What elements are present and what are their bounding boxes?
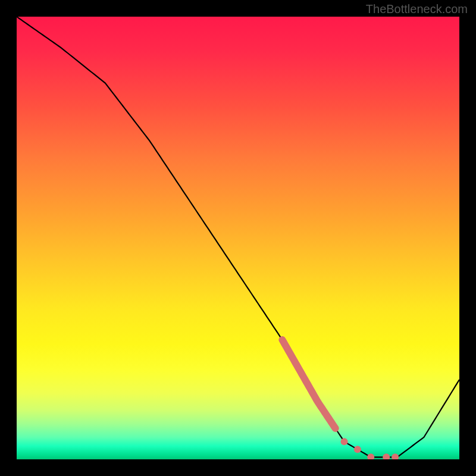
chart-curve xyxy=(17,17,459,457)
highlight-dot xyxy=(354,446,361,453)
highlight-dot xyxy=(341,438,348,445)
highlight-dot xyxy=(392,453,399,459)
chart-svg xyxy=(17,17,459,459)
highlight-dots xyxy=(341,438,399,459)
highlight-dot xyxy=(367,453,374,459)
highlight-dot xyxy=(383,453,390,459)
chart-plot-area xyxy=(17,17,459,459)
highlight-segment xyxy=(282,340,335,428)
watermark-text: TheBottleneck.com xyxy=(366,2,468,16)
chart-curve-group xyxy=(17,17,459,459)
